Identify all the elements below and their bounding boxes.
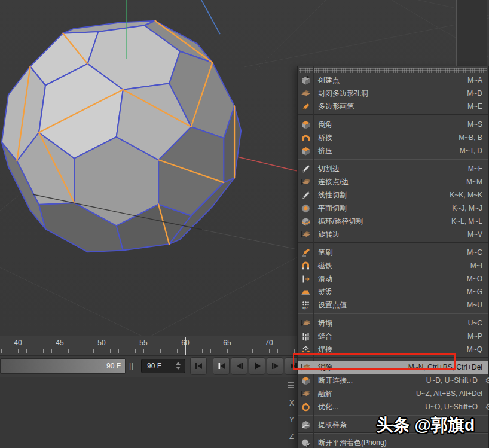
- brush-icon: [298, 248, 313, 258]
- range-handle[interactable]: ||: [126, 358, 137, 374]
- ruler-label: 50: [97, 339, 105, 347]
- menu-item-cut-edge[interactable]: 切割边M~F: [298, 162, 488, 175]
- menu-item-label: 缝合: [313, 331, 467, 342]
- menu-item-shortcut: M~I: [470, 261, 488, 270]
- menu-item-bridge[interactable]: 桥接M~B, B: [298, 131, 488, 144]
- menu-item-shortcut: U~C: [468, 319, 488, 327]
- menu-item-shortcut: K~L, M~L: [451, 217, 488, 225]
- menu-item-shortcut: K~K, M~K: [450, 191, 488, 199]
- stepper-down-icon[interactable]: [176, 367, 181, 370]
- menu-item-shortcut: K~J, M~J: [452, 204, 488, 212]
- disconnect-icon: [298, 376, 313, 386]
- menu-item-plane-cut[interactable]: 平面切割K~J, M~J: [298, 202, 488, 215]
- menu-item-set-point-value[interactable]: xyz设置点值M~U: [298, 298, 488, 312]
- play-button[interactable]: [249, 357, 265, 375]
- weld-icon: [298, 345, 313, 355]
- menu-item-shortcut: M~O: [467, 275, 488, 283]
- break-phong-shading-icon: [298, 438, 313, 448]
- menu-item-polygon-pen[interactable]: 多边形画笔M~E: [298, 100, 488, 113]
- coord-axis-label-y: Y: [289, 416, 294, 424]
- polyhedron-mesh[interactable]: [2, 21, 241, 252]
- coord-axis-label-z: Z: [289, 432, 294, 441]
- menu-item-disconnect[interactable]: 断开连接...U~D, U~Shift+D⚙: [298, 374, 488, 387]
- menu-item-label: 多边形画笔: [313, 102, 467, 112]
- menu-item-label: 切割边: [313, 164, 468, 174]
- menu-item-label: 倒角: [313, 120, 467, 130]
- menu-item-label: 桥接: [313, 133, 459, 143]
- menu-item-shortcut: M~E: [467, 102, 488, 111]
- menu-item-magnet[interactable]: 磁铁M~I: [298, 259, 488, 272]
- ruler-label: 65: [223, 339, 231, 347]
- menu-item-extrude[interactable]: 挤压M~T, D: [298, 144, 488, 157]
- menu-item-linear-cut[interactable]: 线性切割K~K, M~K: [298, 188, 488, 202]
- menu-item-label: 焊接: [313, 345, 467, 355]
- menu-item-rotate-edge[interactable]: 旋转边M~V: [298, 228, 488, 241]
- menu-item-label: 笔刷: [313, 248, 467, 258]
- menu-item-label: 连接点/边: [313, 177, 466, 187]
- menu-item-shortcut: M~F: [468, 164, 488, 173]
- menu-item-break-phong-shading[interactable]: 断开平滑着色(Phong): [298, 436, 488, 448]
- bridge-icon: [298, 133, 313, 143]
- panel-divider: [286, 377, 286, 448]
- iron-icon: [298, 287, 313, 297]
- ground-axis-line-far: [202, 230, 297, 249]
- cut-edge-icon: [298, 164, 313, 174]
- goto-start-button[interactable]: [190, 357, 207, 375]
- menu-tear-off-strip[interactable]: [299, 68, 487, 73]
- next-frame-button[interactable]: [267, 357, 283, 375]
- gear-icon[interactable]: ⚙: [485, 402, 489, 412]
- menu-item-label: 线性切割: [313, 190, 450, 200]
- timeline-range-slider[interactable]: 90 F: [0, 358, 126, 374]
- extrude-icon: [298, 146, 313, 156]
- menu-item-shortcut: U~D, U~Shift+D: [426, 376, 488, 385]
- slide-icon: [298, 274, 313, 284]
- menu-item-shortcut: M~G: [467, 288, 488, 296]
- app-window: 40455055606570 90 F || 90 F XYZ 创建点M~A封闭…: [0, 0, 489, 448]
- menu-item-label: 坍塌: [313, 318, 468, 328]
- menu-item-label: 断开连接...: [313, 376, 426, 386]
- ruler-label: 40: [14, 339, 22, 347]
- menu-item-collapse[interactable]: 坍塌U~C: [298, 316, 488, 330]
- frame-stepper[interactable]: [176, 362, 182, 371]
- stitch-icon: [298, 331, 313, 342]
- goto-previous-key-button[interactable]: [213, 357, 230, 375]
- menu-item-loop-path-cut[interactable]: 循环/路径切割K~L, M~L: [298, 215, 488, 228]
- z-axis-line: [201, 0, 220, 34]
- set-point-value-icon: xyz: [298, 300, 313, 310]
- menu-item-shortcut: M~S: [467, 120, 488, 129]
- gear-icon[interactable]: ⚙: [485, 376, 489, 385]
- menu-item-slide[interactable]: 滑动M~O: [298, 272, 488, 285]
- context-menu: 创建点M~A封闭多边形孔洞M~D多边形画笔M~E倒角M~S桥接M~B, B挤压M…: [297, 66, 489, 448]
- menu-handle-icon[interactable]: [288, 382, 294, 389]
- menu-item-create-point[interactable]: 创建点M~A: [298, 74, 488, 87]
- rotate-edge-icon: [298, 230, 313, 240]
- create-point-icon: [298, 75, 313, 86]
- menu-item-iron[interactable]: 熨烫M~G: [298, 285, 488, 298]
- playhead[interactable]: [185, 337, 186, 355]
- menu-item-shortcut: M~M: [466, 178, 488, 186]
- menu-item-close-polygon-hole[interactable]: 封闭多边形孔洞M~D: [298, 87, 488, 100]
- stepper-up-icon[interactable]: [176, 362, 181, 365]
- right-panel-edge: [456, 0, 487, 66]
- collapse-icon: [298, 318, 313, 328]
- polygon-pen-icon: [298, 102, 313, 112]
- menu-item-connect-points-edges[interactable]: 连接点/边M~M: [298, 175, 488, 188]
- menu-item-stitch[interactable]: 缝合M~P: [298, 330, 488, 343]
- menu-item-brush[interactable]: 笔刷M~C: [298, 246, 488, 259]
- menu-item-bevel[interactable]: 倒角M~S: [298, 118, 488, 131]
- previous-frame-button[interactable]: [231, 357, 247, 375]
- menu-item-label: 挤压: [313, 146, 460, 156]
- melt-icon: [298, 389, 313, 399]
- menu-item-shortcut: M~B, B: [459, 133, 488, 142]
- menu-item-label: 磁铁: [313, 261, 470, 271]
- menu-item-optimize[interactable]: 优化...U~O, U~Shift+O⚙: [298, 400, 488, 413]
- menu-item-shortcut: M~U: [467, 301, 488, 309]
- menu-item-label: 断开平滑着色(Phong): [313, 438, 482, 448]
- current-frame-input[interactable]: 90 F: [141, 359, 185, 373]
- menu-item-shortcut: M~T, D: [460, 147, 488, 155]
- range-end-label: 90 F: [106, 362, 121, 370]
- coord-axis-label-x: X: [289, 399, 294, 407]
- menu-item-label: 优化...: [313, 402, 425, 412]
- linear-cut-icon: [298, 190, 313, 200]
- menu-item-melt[interactable]: 融解U~Z, Alt+BS, Alt+Del: [298, 387, 488, 400]
